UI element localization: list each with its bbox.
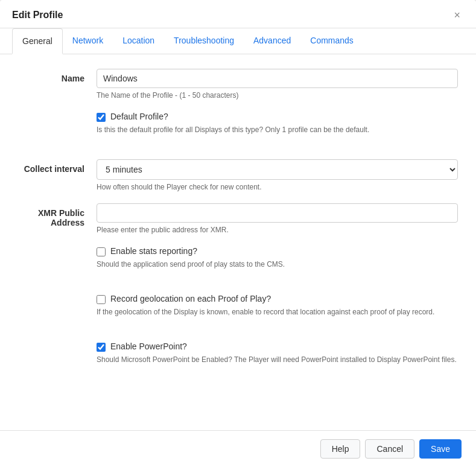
geolocation-checkbox-label[interactable]: Record geolocation on each Proof of Play… [110, 294, 271, 303]
stats-label-spacer [18, 246, 97, 251]
default-profile-help-text: Is this the default profile for all Disp… [97, 125, 458, 134]
tab-network[interactable]: Network [63, 28, 113, 54]
default-profile-row: Default Profile? Is this the default pro… [18, 112, 458, 147]
default-profile-label-spacer [18, 112, 97, 116]
xmr-input[interactable] [97, 203, 458, 223]
stats-content: Enable stats reporting? Should the appli… [97, 246, 458, 282]
stats-checkbox-row: Enable stats reporting? [97, 246, 458, 256]
geolocation-content: Record geolocation on each Proof of Play… [97, 294, 458, 329]
stats-checkbox-label[interactable]: Enable stats reporting? [110, 246, 197, 256]
tab-commands[interactable]: Commands [300, 28, 363, 54]
save-button[interactable]: Save [419, 439, 462, 459]
geolocation-checkbox-row: Record geolocation on each Proof of Play… [97, 294, 458, 304]
xmr-content: Please enter the public address for XMR. [97, 203, 458, 234]
geolocation-block: Record geolocation on each Proof of Play… [97, 294, 458, 316]
geolocation-checkbox[interactable] [97, 295, 106, 304]
tab-advanced[interactable]: Advanced [244, 28, 300, 54]
name-row: Name The Name of the Profile - (1 - 50 c… [18, 69, 458, 100]
default-profile-checkbox[interactable] [97, 113, 106, 122]
collect-interval-row: Collect interval 1 minute 2 minutes 5 mi… [18, 159, 458, 191]
powerpoint-help-text: Should Microsoft PowerPoint be Enabled? … [97, 355, 458, 364]
tab-bar: General Network Location Troubleshooting… [0, 28, 476, 54]
tab-location[interactable]: Location [113, 28, 164, 54]
powerpoint-checkbox[interactable] [97, 343, 106, 352]
modal-header: Edit Profile × [0, 0, 476, 28]
name-label: Name [18, 69, 97, 83]
xmr-row: XMR Public Address Please enter the publ… [18, 203, 458, 234]
edit-profile-modal: Edit Profile × General Network Location … [0, 0, 476, 467]
modal-title: Edit Profile [12, 10, 63, 21]
powerpoint-checkbox-row: Enable PowerPoint? [97, 342, 458, 352]
powerpoint-row: Enable PowerPoint? Should Microsoft Powe… [18, 342, 458, 377]
powerpoint-checkbox-label[interactable]: Enable PowerPoint? [110, 342, 187, 351]
close-button[interactable]: × [450, 8, 464, 22]
default-profile-block: Default Profile? Is this the default pro… [97, 112, 458, 134]
stats-checkbox[interactable] [97, 247, 106, 256]
help-button[interactable]: Help [320, 439, 361, 459]
collect-interval-label: Collect interval [18, 159, 97, 174]
name-input[interactable] [97, 69, 458, 88]
stats-block: Enable stats reporting? Should the appli… [97, 246, 458, 268]
geolocation-row: Record geolocation on each Proof of Play… [18, 294, 458, 329]
tab-general[interactable]: General [12, 28, 63, 54]
modal-footer: Help Cancel Save [0, 430, 476, 467]
modal-body: Name The Name of the Profile - (1 - 50 c… [0, 54, 476, 430]
default-profile-checkbox-row: Default Profile? [97, 112, 458, 122]
geolocation-label-spacer [18, 294, 97, 299]
powerpoint-label-spacer [18, 342, 97, 346]
default-profile-checkbox-label[interactable]: Default Profile? [110, 112, 168, 121]
geolocation-help-text: If the geolocation of the Display is kno… [97, 308, 458, 316]
xmr-help-text: Please enter the public address for XMR. [97, 226, 458, 234]
tab-troubleshooting[interactable]: Troubleshooting [164, 28, 244, 54]
powerpoint-content: Enable PowerPoint? Should Microsoft Powe… [97, 342, 458, 377]
xmr-label: XMR Public Address [18, 203, 97, 227]
stats-row: Enable stats reporting? Should the appli… [18, 246, 458, 282]
powerpoint-block: Enable PowerPoint? Should Microsoft Powe… [97, 342, 458, 364]
collect-interval-content: 1 minute 2 minutes 5 minutes 10 minutes … [97, 159, 458, 191]
cancel-button[interactable]: Cancel [365, 439, 414, 459]
default-profile-content: Default Profile? Is this the default pro… [97, 112, 458, 147]
name-content: The Name of the Profile - (1 - 50 charac… [97, 69, 458, 100]
collect-interval-help-text: How often should the Player check for ne… [97, 183, 458, 191]
name-help-text: The Name of the Profile - (1 - 50 charac… [97, 91, 458, 100]
stats-help-text: Should the application send proof of pla… [97, 260, 458, 268]
collect-interval-select[interactable]: 1 minute 2 minutes 5 minutes 10 minutes … [97, 159, 458, 180]
